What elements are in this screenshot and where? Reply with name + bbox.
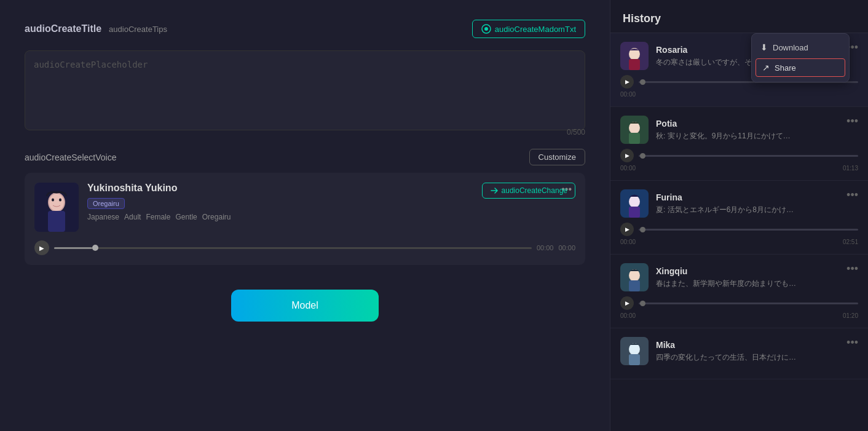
text-input[interactable] [25,50,585,130]
madom-icon [481,24,491,34]
history-play-time: 00:00 [620,91,636,98]
history-item-dots-button[interactable]: ••• [846,116,858,127]
history-name: Furina [656,192,839,202]
title-area: audioCreateTitle audioCreateTips [25,23,167,34]
voice-card-top: Yukinoshita Yukino Oregairu Japanese Adu… [34,183,575,232]
svg-rect-25 [629,354,640,365]
history-player: ▶ [620,223,858,236]
svg-rect-17 [629,207,640,218]
voice-play-button[interactable]: ▶ [34,240,49,255]
history-item: Xingqiu 春はまた、新学期や新年度の始まりでもあります... ••• ▶ … [610,255,868,328]
download-icon: ⬇ [760,42,768,52]
xingqiu-avatar [620,263,649,291]
history-item-dots-button[interactable]: ••• [846,337,858,348]
madom-button[interactable]: audioCreateMadomTxt [472,20,585,38]
history-progress-bar[interactable] [639,302,858,304]
history-time-row: 00:00 [620,91,858,98]
history-info: Furina 夏: 活気とエネルギー6月から8月にかけての夏は... [656,192,839,215]
attr-language: Japanese [87,213,119,221]
history-item-dots-button[interactable]: ••• [846,263,858,274]
history-item: Furina 夏: 活気とエネルギー6月から8月にかけての夏は... ••• ▶… [610,181,868,255]
history-item-top: Potia 秋: 実りと変化。9月から11月にかけての秋は、... ••• [620,116,858,144]
history-progress-dot [640,227,645,232]
rosaria-avatar [620,42,649,70]
history-avatar-img [620,42,649,70]
history-play-button[interactable]: ▶ [620,75,634,89]
download-menu-item[interactable]: ⬇ Download [752,38,849,57]
madom-btn-label: audioCreateMadomTxt [495,25,576,34]
voice-progress-bar[interactable] [54,247,532,249]
history-item-top: Furina 夏: 活気とエネルギー6月から8月にかけての夏は... ••• [620,189,858,218]
voice-avatar-img [34,183,79,232]
voice-card: Yukinoshita Yukino Oregairu Japanese Adu… [25,173,585,265]
history-end-time: 01:13 [843,165,858,172]
voice-name: Yukinoshita Yukino [87,183,549,194]
history-item-top: Mika 四季の変化したっての生活、日本だけに限らず地... ••• [620,337,858,365]
download-label: Download [773,43,808,52]
voice-audio-player: ▶ 00:00 00:00 [34,240,575,255]
furina-avatar [620,189,649,218]
history-text: 春はまた、新学期や新年度の始まりでもあります... [656,279,797,289]
history-name: Mika [656,340,839,350]
voice-end-time: 00:00 [558,244,575,251]
voice-section: audioCreateSelectVoice Customize [25,149,585,265]
history-player: ▶ [620,296,858,310]
svg-rect-21 [629,280,640,291]
svg-rect-13 [629,133,640,144]
share-icon: ↗ [762,63,770,73]
voice-attrs: Japanese Adult Female Gentle Oregairu [87,213,549,221]
change-voice-button[interactable]: audioCreateChange [482,183,575,199]
history-time-row: 00:00 01:20 [620,312,858,319]
avatar-illustration [34,183,79,232]
history-play-button[interactable]: ▶ [620,223,634,236]
potia-avatar [620,116,649,144]
history-text: 秋: 実りと変化。9月から11月にかけての秋は、... [656,131,797,141]
header-row: audioCreateTitle audioCreateTips audioCr… [25,20,585,38]
page-title: audioCreateTitle [25,23,101,34]
voice-avatar [34,183,79,232]
history-play-time: 00:00 [620,312,636,319]
history-end-time: 02:51 [843,239,858,245]
history-text: 四季の変化したっての生活、日本だけに限らず地... [656,352,797,363]
history-play-button[interactable]: ▶ [620,149,634,162]
attr-gender: Female [146,213,170,221]
voice-progress-fill [54,247,92,249]
textarea-container: 0/500 [25,50,585,136]
voice-play-time: 00:00 [537,244,554,251]
mika-avatar [620,337,649,365]
history-avatar-xingqiu [620,263,649,291]
history-name: Potia [656,119,839,129]
history-title: History [610,0,868,33]
share-label: Share [775,63,796,73]
history-progress-bar[interactable] [639,155,858,157]
history-info: Potia 秋: 実りと変化。9月から11月にかけての秋は、... [656,119,839,141]
history-play-button[interactable]: ▶ [620,296,634,310]
svg-point-4 [49,194,64,211]
history-player: ▶ [620,149,858,162]
svg-point-6 [59,199,61,202]
history-item: Rosaria 冬の寒さは厳しいですが、そ... ••• ▶ 00:00 ⬇ [610,33,868,107]
attr-style: Gentle [175,213,197,221]
history-avatar-rosaria [620,42,649,70]
svg-rect-3 [48,211,65,232]
share-menu-item[interactable]: ↗ Share [756,58,845,77]
history-time-row: 00:00 02:51 [620,239,858,245]
history-list: Rosaria 冬の寒さは厳しいですが、そ... ••• ▶ 00:00 ⬇ [610,33,868,431]
history-progress-bar[interactable] [639,229,858,231]
customize-button[interactable]: Customize [529,149,585,165]
model-button[interactable]: Model [231,290,379,322]
voice-label: audioCreateSelectVoice [25,152,116,162]
history-avatar-potia [620,116,649,144]
history-item-dots-button[interactable]: ••• [846,189,858,200]
history-progress-dot [640,301,645,306]
voice-info: Yukinoshita Yukino Oregairu Japanese Adu… [87,183,549,221]
voice-header: audioCreateSelectVoice Customize [25,149,585,165]
history-time-row: 00:00 01:13 [620,165,858,172]
history-avatar-img [620,263,649,291]
voice-tag: Oregairu [87,198,125,209]
change-btn-label: audioCreateChange [502,186,567,195]
history-avatar-img [620,189,649,218]
history-text: 夏: 活気とエネルギー6月から8月にかけての夏は... [656,205,797,215]
history-dropdown-menu: ⬇ Download ↗ Share [751,33,850,82]
history-play-time: 00:00 [620,165,636,172]
